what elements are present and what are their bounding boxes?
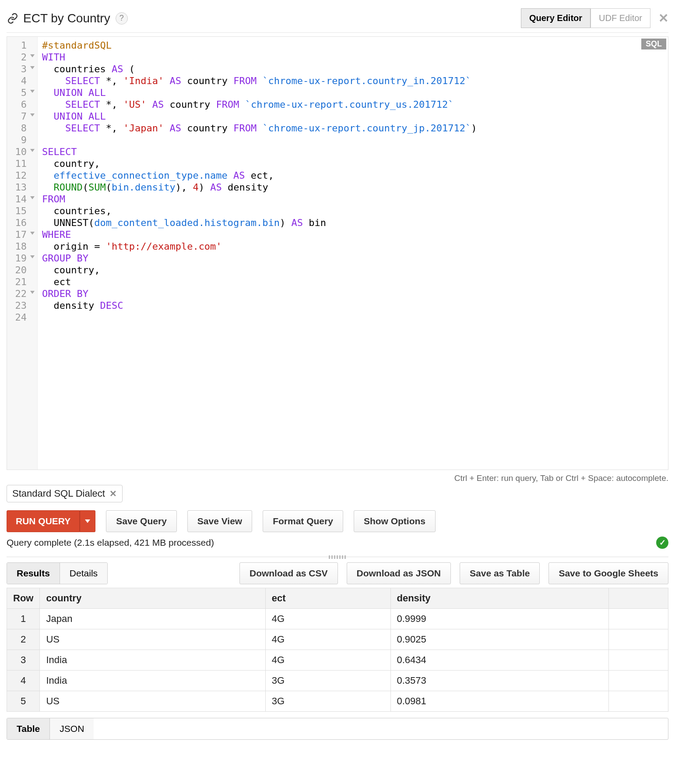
code-line[interactable]: ect: [42, 276, 477, 288]
gutter-line: 9: [7, 134, 35, 146]
gutter-line: 11: [7, 158, 35, 170]
gutter-line: 14: [7, 193, 35, 205]
row-number: 5: [7, 691, 40, 712]
save-to-sheets-button[interactable]: Save to Google Sheets: [548, 562, 668, 584]
gutter-line: 5: [7, 87, 35, 99]
table-cell: India: [40, 650, 265, 671]
download-csv-button[interactable]: Download as CSV: [239, 562, 338, 584]
code-line[interactable]: UNION ALL: [42, 87, 477, 99]
table-cell-filler: [608, 691, 668, 712]
dialect-label: Standard SQL Dialect: [12, 488, 105, 499]
row-number: 3: [7, 650, 40, 671]
table-cell: US: [40, 629, 265, 650]
tab-results[interactable]: Results: [7, 563, 60, 584]
download-json-button[interactable]: Download as JSON: [347, 562, 451, 584]
code-line[interactable]: WHERE: [42, 229, 477, 240]
fold-icon[interactable]: [30, 149, 35, 152]
gutter-line: 3: [7, 63, 35, 75]
gutter-line: 20: [7, 264, 35, 276]
run-query-button[interactable]: RUN QUERY: [7, 510, 80, 532]
row-number: 4: [7, 671, 40, 691]
dialect-close-icon[interactable]: ✕: [109, 488, 117, 499]
code-line[interactable]: [42, 311, 477, 323]
table-header: density: [390, 588, 608, 609]
dialect-pill[interactable]: Standard SQL Dialect ✕: [7, 485, 123, 502]
gutter-line: 19: [7, 252, 35, 264]
header-bar: ECT by Country ? Query Editor UDF Editor…: [7, 7, 668, 33]
fold-icon[interactable]: [30, 291, 35, 294]
fold-icon[interactable]: [30, 113, 35, 117]
run-query-dropdown[interactable]: [80, 510, 95, 532]
code-line[interactable]: [42, 134, 477, 146]
row-number: 1: [7, 609, 40, 629]
table-row[interactable]: 4India3G0.3573: [7, 671, 668, 691]
code-line[interactable]: countries AS (: [42, 63, 477, 75]
show-options-button[interactable]: Show Options: [354, 510, 436, 532]
code-line[interactable]: #standardSQL: [42, 39, 477, 51]
save-query-button[interactable]: Save Query: [106, 510, 177, 532]
gutter-line: 7: [7, 110, 35, 122]
fold-icon[interactable]: [30, 255, 35, 258]
table-row[interactable]: 3India4G0.6434: [7, 650, 668, 671]
code-line[interactable]: WITH: [42, 51, 477, 63]
table-cell: India: [40, 671, 265, 691]
code-line[interactable]: ROUND(SUM(bin.density), 4) AS density: [42, 181, 477, 193]
table-row[interactable]: 5US3G0.0981: [7, 691, 668, 712]
code-line[interactable]: GROUP BY: [42, 252, 477, 264]
sql-editor[interactable]: SQL 123456789101112131415161718192021222…: [7, 36, 668, 470]
results-divider[interactable]: [7, 557, 668, 557]
editor-code[interactable]: #standardSQLWITH countries AS ( SELECT *…: [38, 37, 481, 470]
gutter-line: 24: [7, 311, 35, 323]
fold-icon[interactable]: [30, 90, 35, 93]
code-line[interactable]: country,: [42, 264, 477, 276]
table-cell: 0.9999: [390, 609, 608, 629]
fold-icon[interactable]: [30, 232, 35, 235]
code-line[interactable]: effective_connection_type.name AS ect,: [42, 170, 477, 181]
page-title: ECT by Country: [23, 11, 110, 25]
table-cell-filler: [608, 671, 668, 691]
code-line[interactable]: origin = 'http://example.com': [42, 240, 477, 252]
table-cell-filler: [608, 650, 668, 671]
table-row[interactable]: 2US4G0.9025: [7, 629, 668, 650]
query-status-text: Query complete (2.1s elapsed, 421 MB pro…: [7, 537, 214, 548]
code-line[interactable]: density DESC: [42, 300, 477, 311]
code-line[interactable]: UNION ALL: [42, 110, 477, 122]
code-line[interactable]: SELECT: [42, 146, 477, 158]
gutter-line: 6: [7, 99, 35, 110]
save-as-table-button[interactable]: Save as Table: [460, 562, 540, 584]
code-line[interactable]: SELECT *, 'India' AS country FROM `chrom…: [42, 75, 477, 87]
help-icon[interactable]: ?: [116, 12, 128, 25]
table-cell: 0.6434: [390, 650, 608, 671]
code-line[interactable]: countries,: [42, 205, 477, 217]
format-query-button[interactable]: Format Query: [263, 510, 343, 532]
tab-details[interactable]: Details: [60, 563, 107, 584]
code-line[interactable]: SELECT *, 'Japan' AS country FROM `chrom…: [42, 122, 477, 134]
code-line[interactable]: SELECT *, 'US' AS country FROM `chrome-u…: [42, 99, 477, 110]
code-line[interactable]: UNNEST(dom_content_loaded.histogram.bin)…: [42, 217, 477, 229]
tab-udf-editor[interactable]: UDF Editor: [591, 8, 650, 28]
table-row[interactable]: 1Japan4G0.9999: [7, 609, 668, 629]
table-cell: 0.9025: [390, 629, 608, 650]
table-cell: Japan: [40, 609, 265, 629]
gutter-line: 16: [7, 217, 35, 229]
table-cell: 3G: [265, 691, 390, 712]
code-line[interactable]: FROM: [42, 193, 477, 205]
results-table: Rowcountryectdensity 1Japan4G0.99992US4G…: [7, 588, 668, 712]
fold-icon[interactable]: [30, 66, 35, 69]
fold-icon[interactable]: [30, 196, 35, 199]
gutter-line: 2: [7, 51, 35, 63]
results-toolbar: Results Details Download as CSV Download…: [7, 562, 668, 584]
gutter-line: 4: [7, 75, 35, 87]
view-json-tab[interactable]: JSON: [49, 718, 94, 739]
editor-hint: Ctrl + Enter: run query, Tab or Ctrl + S…: [7, 473, 668, 483]
close-icon[interactable]: ✕: [658, 11, 668, 25]
tab-query-editor[interactable]: Query Editor: [521, 8, 591, 28]
code-line[interactable]: ORDER BY: [42, 288, 477, 300]
table-cell: US: [40, 691, 265, 712]
fold-icon[interactable]: [30, 54, 35, 57]
row-number: 2: [7, 629, 40, 650]
status-ok-icon: ✓: [656, 537, 668, 549]
save-view-button[interactable]: Save View: [187, 510, 252, 532]
code-line[interactable]: country,: [42, 158, 477, 170]
view-table-tab[interactable]: Table: [7, 718, 49, 739]
